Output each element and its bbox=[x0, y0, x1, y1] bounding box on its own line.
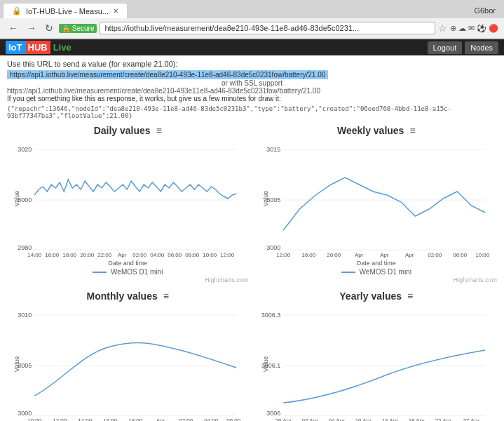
svg-text:04 Apr: 04 Apr bbox=[328, 417, 344, 421]
svg-text:04:00: 04:00 bbox=[150, 252, 165, 258]
user-info: G6bor bbox=[468, 4, 501, 18]
svg-text:Apr: Apr bbox=[380, 252, 389, 258]
svg-text:Apr: Apr bbox=[405, 252, 414, 258]
refresh-button[interactable]: ↻ bbox=[42, 21, 56, 35]
daily-chart-svg: 3020 3000 2980 Value 14:00 16:00 18:00 2… bbox=[7, 139, 249, 258]
daily-legend: WeMOS D1 mini bbox=[7, 268, 249, 276]
svg-text:12:00: 12:00 bbox=[220, 252, 235, 258]
svg-text:3010: 3010 bbox=[18, 312, 32, 319]
yearly-chart-area: 3006.3 3006.1 3006 Value 26 Apr 02 Apr 0… bbox=[256, 305, 498, 421]
header-buttons: Logout Nodes bbox=[428, 41, 498, 54]
nodes-button[interactable]: Nodes bbox=[465, 41, 498, 54]
svg-text:3000: 3000 bbox=[18, 410, 32, 417]
url-example[interactable]: https://api1.iothub.live/measurement/cre… bbox=[7, 70, 328, 79]
svg-text:Value: Value bbox=[262, 191, 269, 206]
daily-chart-title: Daily values ≡ bbox=[7, 125, 249, 136]
app-header: IoT HUB Live Logout Nodes bbox=[0, 39, 504, 55]
svg-text:22 Apr: 22 Apr bbox=[435, 417, 451, 421]
svg-text:3000: 3000 bbox=[266, 244, 280, 251]
bookmark-icon[interactable]: ☆ bbox=[438, 22, 447, 34]
svg-text:Apr: Apr bbox=[355, 252, 364, 258]
monthly-chart: Monthly values ≡ 3010 3005 3000 Value 10… bbox=[7, 290, 249, 421]
tab-close-button[interactable]: ✕ bbox=[113, 7, 118, 15]
svg-text:10:00: 10:00 bbox=[475, 252, 490, 258]
svg-text:3020: 3020 bbox=[18, 146, 32, 153]
forward-button[interactable]: → bbox=[24, 21, 39, 35]
daily-chart-menu[interactable]: ≡ bbox=[156, 125, 162, 136]
svg-text:2980: 2980 bbox=[18, 244, 32, 251]
weekly-chart-svg: 3015 3005 3000 Value 12:00 16:00 20:00 A… bbox=[256, 139, 498, 258]
svg-text:14:00: 14:00 bbox=[78, 417, 93, 421]
svg-text:12:00: 12:00 bbox=[53, 417, 67, 421]
svg-text:16:00: 16:00 bbox=[45, 252, 60, 258]
weekly-chart-menu[interactable]: ≡ bbox=[409, 125, 415, 136]
monthly-chart-title: Monthly values ≡ bbox=[7, 290, 249, 302]
back-button[interactable]: ← bbox=[6, 21, 21, 35]
svg-text:18 Apr: 18 Apr bbox=[408, 417, 424, 421]
secure-badge: 🔒 Secure bbox=[59, 24, 97, 33]
svg-text:3006.3: 3006.3 bbox=[261, 312, 280, 319]
svg-text:Value: Value bbox=[13, 191, 20, 206]
svg-text:06:00: 06:00 bbox=[168, 252, 182, 258]
weekly-chart: Weekly values ≡ 3015 3005 3000 Value 12:… bbox=[256, 125, 498, 283]
daily-chart-area: 3020 3000 2980 Value 14:00 16:00 18:00 2… bbox=[7, 139, 249, 258]
response-code: {"repachr":13646,"nodeId":"dea8e210-493e… bbox=[7, 105, 497, 119]
active-tab[interactable]: 🔒 IoT-HUB-Live - Measu... ✕ bbox=[3, 3, 128, 18]
svg-text:18:00: 18:00 bbox=[128, 417, 143, 421]
svg-text:06:00: 06:00 bbox=[226, 417, 241, 421]
svg-text:02:00: 02:00 bbox=[179, 417, 193, 421]
svg-text:08:00: 08:00 bbox=[185, 252, 200, 258]
svg-text:Value: Value bbox=[13, 356, 20, 372]
daily-chart: Daily values ≡ 3020 3000 2980 Value bbox=[7, 125, 249, 283]
url-bar[interactable]: https://iothub.live/measurement/dea8e210… bbox=[100, 22, 435, 34]
yearly-chart-title: Yearly values ≡ bbox=[256, 290, 498, 302]
logo-live: Live bbox=[50, 41, 74, 54]
ssl-note: or with SSL support bbox=[7, 79, 497, 87]
response-note: If you get something like this as respon… bbox=[7, 95, 497, 102]
daily-x-label: Date and time bbox=[7, 260, 249, 267]
svg-text:10:00: 10:00 bbox=[203, 252, 217, 258]
svg-text:02:00: 02:00 bbox=[428, 252, 442, 258]
svg-text:20:00: 20:00 bbox=[327, 252, 341, 258]
svg-text:Apr: Apr bbox=[118, 252, 127, 258]
charts-grid: Daily values ≡ 3020 3000 2980 Value bbox=[7, 125, 497, 421]
weekly-legend-line bbox=[341, 272, 355, 273]
daily-credit: Highcharts.com bbox=[7, 276, 249, 283]
instruction-text: Use this URL to send a value (for exampl… bbox=[7, 60, 497, 68]
weekly-chart-area: 3015 3005 3000 Value 12:00 16:00 20:00 A… bbox=[256, 139, 498, 258]
weekly-credit: Highcharts.com bbox=[256, 276, 498, 283]
svg-text:27 Apr: 27 Apr bbox=[463, 417, 479, 421]
svg-text:16:00: 16:00 bbox=[103, 417, 118, 421]
yearly-chart-menu[interactable]: ≡ bbox=[407, 290, 413, 302]
svg-text:10:00: 10:00 bbox=[27, 417, 42, 421]
monthly-chart-menu[interactable]: ≡ bbox=[163, 290, 169, 302]
svg-text:02:00: 02:00 bbox=[132, 252, 147, 258]
svg-text:3015: 3015 bbox=[266, 146, 280, 153]
tab-favicon: 🔒 bbox=[12, 6, 22, 15]
logout-button[interactable]: Logout bbox=[428, 41, 463, 54]
svg-text:04:00: 04:00 bbox=[204, 417, 219, 421]
weekly-chart-title: Weekly values ≡ bbox=[256, 125, 498, 136]
svg-text:18:00: 18:00 bbox=[62, 252, 77, 258]
alt-url: https://api1.iothub.live/measurement/cre… bbox=[7, 87, 497, 95]
svg-text:Value: Value bbox=[262, 356, 269, 372]
yearly-chart-svg: 3006.3 3006.1 3006 Value 26 Apr 02 Apr 0… bbox=[256, 305, 498, 421]
extensions-area: ⊕ ☁ ✉ ⚽ 🔴 bbox=[450, 24, 498, 33]
svg-text:10 Apr: 10 Apr bbox=[355, 417, 371, 421]
svg-text:26 Apr: 26 Apr bbox=[275, 417, 291, 421]
main-content: Use this URL to send a value (for exampl… bbox=[0, 55, 504, 421]
yearly-chart: Yearly values ≡ 3006.3 3006.1 3006 Value… bbox=[256, 290, 498, 421]
svg-text:02 Apr: 02 Apr bbox=[301, 417, 318, 421]
tab-title: IoT-HUB-Live - Measu... bbox=[26, 7, 109, 15]
address-bar: ← → ↻ 🔒 Secure https://iothub.live/measu… bbox=[0, 18, 504, 39]
svg-text:14 Apr: 14 Apr bbox=[381, 417, 397, 421]
monthly-chart-svg: 3010 3005 3000 Value 10:00 12:00 14:00 1… bbox=[7, 305, 249, 421]
svg-text:Apr: Apr bbox=[156, 417, 165, 421]
svg-text:14:00: 14:00 bbox=[27, 252, 42, 258]
logo-iot: IoT bbox=[6, 41, 25, 54]
url-example-container: https://api1.iothub.live/measurement/cre… bbox=[7, 69, 497, 79]
browser-chrome: 🔒 IoT-HUB-Live - Measu... ✕ G6bor ← → ↻ … bbox=[0, 0, 504, 39]
monthly-chart-area: 3010 3005 3000 Value 10:00 12:00 14:00 1… bbox=[7, 305, 249, 421]
svg-text:06:00: 06:00 bbox=[453, 252, 468, 258]
daily-legend-line bbox=[93, 272, 107, 273]
